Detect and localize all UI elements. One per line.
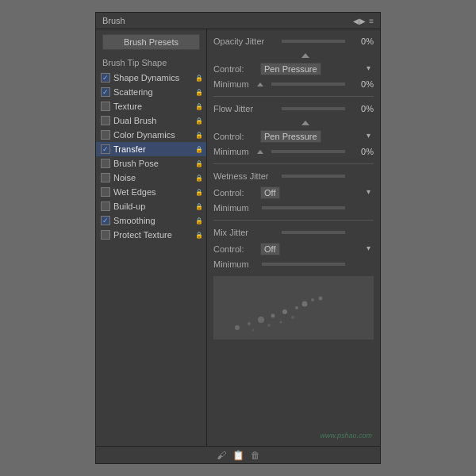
duplicate-icon[interactable]: 📋	[232, 450, 244, 461]
sidebar-item-label-10: Smoothing	[113, 216, 194, 225]
flow-jitter-slider[interactable]	[282, 107, 345, 110]
opacity-jitter-value: 0%	[350, 36, 374, 46]
sidebar-item-wet-edges[interactable]: Wet Edges🔒	[96, 185, 206, 199]
minimum1-row: Minimum 0%	[213, 79, 374, 89]
sidebar-item-smoothing[interactable]: Smoothing🔒	[96, 213, 206, 228]
control4-select-wrapper[interactable]: Off	[260, 243, 374, 255]
mix-jitter-slider[interactable]	[282, 231, 345, 234]
lock-icon-0: 🔒	[195, 75, 203, 82]
checkbox-9[interactable]	[101, 202, 110, 211]
checkbox-11[interactable]	[101, 230, 110, 240]
flow-jitter-value: 0%	[350, 104, 374, 113]
svg-point-5	[295, 306, 298, 309]
control2-row: Control: Pen Pressure	[213, 130, 374, 143]
brush-preview-svg	[213, 284, 356, 340]
opacity-jitter-slider[interactable]	[282, 40, 345, 43]
minimum3-label: Minimum	[213, 203, 257, 213]
svg-point-3	[271, 314, 275, 318]
sidebar-item-color-dynamics[interactable]: Color Dynamics🔒	[96, 128, 206, 142]
control2-select[interactable]: Pen Pressure	[260, 130, 321, 143]
checkbox-6[interactable]	[101, 159, 110, 168]
control2-select-wrapper[interactable]: Pen Pressure	[260, 130, 374, 143]
control1-label: Control:	[213, 64, 257, 74]
control1-row: Control: Pen Pressure	[213, 63, 374, 75]
minimum3-slider[interactable]	[262, 206, 345, 209]
checkbox-3[interactable]	[101, 116, 110, 125]
wetness-jitter-slider[interactable]	[282, 175, 345, 178]
sidebar-item-transfer[interactable]: Transfer🔒	[96, 142, 206, 156]
right-panel: Opacity Jitter 0% Control: Pen Pressure	[207, 29, 380, 446]
divider-1	[213, 96, 374, 97]
checkbox-2[interactable]	[101, 102, 110, 111]
checkbox-7[interactable]	[101, 173, 110, 182]
minimum2-triangle	[257, 150, 263, 154]
lock-icon-9: 🔒	[195, 203, 203, 210]
sidebar-item-dual-brush[interactable]: Dual Brush🔒	[96, 113, 206, 128]
opacity-jitter-label: Opacity Jitter	[213, 36, 277, 46]
control1-select[interactable]: Pen Pressure	[260, 63, 321, 75]
checkbox-1[interactable]	[101, 87, 110, 97]
lock-icon-1: 🔒	[195, 89, 203, 96]
sidebar-item-label-7: Noise	[113, 173, 194, 182]
svg-point-11	[280, 321, 282, 324]
create-new-brush-icon[interactable]: 🖌	[217, 450, 226, 461]
minimum4-slider[interactable]	[262, 263, 345, 266]
delete-brush-icon[interactable]: 🗑	[251, 450, 260, 461]
sidebar: Brush Presets Brush Tip Shape Shape Dyna…	[96, 29, 207, 446]
svg-point-7	[311, 298, 314, 301]
checkbox-4[interactable]	[101, 130, 110, 140]
mix-jitter-label: Mix Jitter	[213, 228, 277, 237]
control3-select[interactable]: Off	[260, 186, 280, 199]
svg-point-4	[282, 309, 287, 314]
menu-icon[interactable]: ≡	[369, 17, 374, 25]
panel-title: Brush	[102, 16, 125, 25]
minimum1-triangle	[257, 83, 263, 86]
svg-point-1	[248, 322, 251, 325]
brush-tip-label: Brush Tip Shape	[96, 56, 206, 71]
control4-select[interactable]: Off	[260, 243, 280, 255]
panel-title-bar: Brush ◀▶ ≡	[96, 13, 380, 29]
collapse-icon[interactable]: ◀▶	[353, 17, 366, 25]
brush-presets-button[interactable]: Brush Presets	[102, 34, 200, 50]
sidebar-item-build-up[interactable]: Build-up🔒	[96, 199, 206, 213]
control3-label: Control:	[213, 188, 257, 198]
minimum4-row: Minimum	[213, 259, 374, 269]
control4-label: Control:	[213, 244, 257, 254]
checkbox-10[interactable]	[101, 216, 110, 225]
lock-icon-4: 🔒	[195, 132, 203, 139]
checkbox-8[interactable]	[101, 187, 110, 197]
flow-jitter-row: Flow Jitter 0%	[213, 102, 374, 116]
checkbox-5[interactable]	[101, 144, 110, 154]
minimum1-slider[interactable]	[271, 83, 345, 86]
brush-panel: Brush ◀▶ ≡ Brush Presets Brush Tip Shape…	[95, 12, 381, 464]
svg-point-0	[235, 325, 240, 330]
checkbox-0[interactable]	[101, 73, 110, 83]
sidebar-item-brush-pose[interactable]: Brush Pose🔒	[96, 156, 206, 171]
svg-point-6	[302, 301, 308, 307]
section-triangle-1	[301, 53, 309, 58]
control4-row: Control: Off	[213, 243, 374, 255]
control3-row: Control: Off	[213, 186, 374, 199]
svg-point-9	[252, 329, 255, 332]
sidebar-item-shape-dynamics[interactable]: Shape Dynamics🔒	[96, 71, 206, 85]
panel-title-controls[interactable]: ◀▶ ≡	[353, 17, 374, 25]
svg-point-2	[258, 317, 264, 323]
sidebar-item-protect-texture[interactable]: Protect Texture🔒	[96, 228, 206, 242]
sidebar-item-label-2: Texture	[113, 102, 194, 111]
lock-icon-2: 🔒	[195, 103, 203, 110]
svg-point-12	[291, 316, 294, 319]
lock-icon-10: 🔒	[195, 217, 203, 225]
sidebar-item-scattering[interactable]: Scattering🔒	[96, 85, 206, 99]
watermark: www.pshao.com	[320, 432, 372, 440]
minimum2-slider[interactable]	[271, 150, 345, 153]
minimum2-label: Minimum	[213, 147, 257, 156]
wetness-jitter-row: Wetness Jitter	[213, 169, 374, 183]
sidebar-item-noise[interactable]: Noise🔒	[96, 171, 206, 185]
sidebar-item-texture[interactable]: Texture🔒	[96, 99, 206, 113]
control1-select-wrapper[interactable]: Pen Pressure	[260, 63, 374, 75]
lock-icon-5: 🔒	[195, 146, 203, 153]
sidebar-items-container: Shape Dynamics🔒Scattering🔒Texture🔒Dual B…	[96, 71, 206, 242]
sidebar-item-label-5: Transfer	[113, 144, 194, 154]
flow-jitter-label: Flow Jitter	[213, 104, 277, 113]
control3-select-wrapper[interactable]: Off	[260, 186, 374, 199]
